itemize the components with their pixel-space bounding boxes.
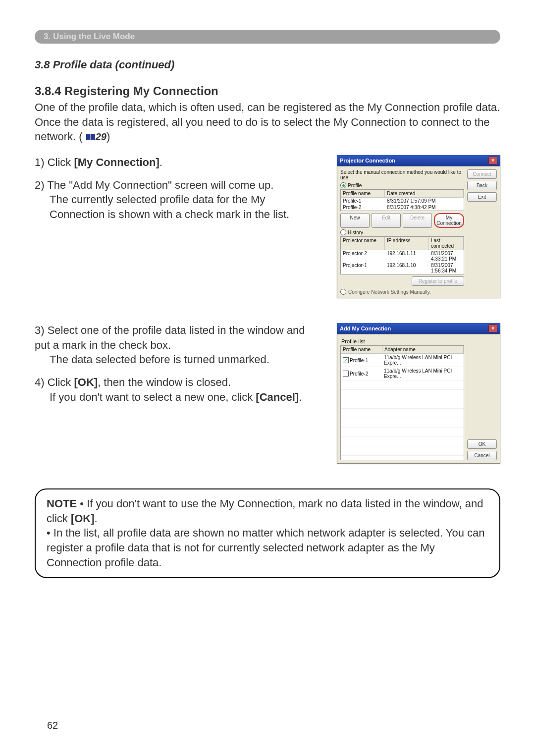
page-number: 62 [47,720,58,731]
col-last-connected: Last connected [429,237,464,250]
dlg1-instruction: Select the manual connection method you … [340,169,464,180]
col-projector-name: Projector name [341,237,385,250]
hist-ip-cell: 192.168.1.11 [385,250,429,262]
item-name: Profile-2 [350,371,368,377]
note-p1-b: . [95,512,98,525]
history-row[interactable]: Projector-2 192.168.1.11 8/31/2007 4:33:… [341,250,464,262]
intro-text-after: ) [107,130,110,143]
radio-profile[interactable]: Profile [340,182,464,188]
step-2-sub: The currently selected profile data for … [50,192,322,221]
projector-connection-dialog: Projector Connection × Select the manual… [337,155,500,298]
col-profile-name: Profile name [341,190,385,197]
intro-ref: 29 [96,131,107,142]
step-3-sub: The data selected before is turned unmar… [50,352,322,367]
profile-name-cell: Profile-2 [341,204,385,211]
my-connection-button[interactable]: My Connection [434,213,464,228]
step-4-mid: , then the window is closed. [98,376,231,388]
col-adapter-name: Adapter name [382,346,464,353]
empty-rows [341,380,464,465]
profile-list-label: Profile list [341,338,464,344]
connect-button[interactable]: Connect [467,169,497,179]
radio-dot-icon [340,182,346,188]
radio-history-label: History [348,230,363,235]
add-connection-list[interactable]: Profile name Adapter name Profile-1 11a/… [340,345,464,460]
back-button[interactable]: Back [467,181,497,190]
step-2: 2) The "Add My Connection" screen will c… [35,178,322,222]
list-item[interactable]: Profile-2 11a/b/g Wireless LAN Mini PCI … [341,367,464,380]
book-icon [86,130,96,145]
step-4-lead: 4) Click [35,376,74,388]
step-4: 4) Click [OK], then the window is closed… [35,375,322,404]
profile-date-cell: 8/31/2007 4:38:42 PM [385,204,464,211]
hist-last-cell: 8/31/2007 4:33:21 PM [429,250,464,262]
hist-last-cell: 8/31/2007 1:56:34 PM [429,262,464,274]
profile-date-cell: 8/31/2007 1:57:09 PM [385,198,464,204]
profile-list[interactable]: Profile name Date created Profile-1 8/31… [340,189,464,211]
intro-paragraph: One of the profile data, which is often … [35,100,500,145]
radio-dot-icon [340,289,346,295]
add-my-connection-dialog: Add My Connection × Profile list Profile… [337,323,500,464]
step-1-tail: . [160,156,162,168]
radio-history[interactable]: History [340,229,464,235]
note-p2: • In the list, all profile data are show… [47,527,485,568]
hist-name-cell: Projector-1 [341,262,385,274]
profile-row[interactable]: Profile-2 8/31/2007 4:38:42 PM [341,204,464,211]
chapter-bar: 3. Using the Live Mode [35,30,500,44]
dlg2-title: Add My Connection [340,325,391,331]
step-3: 3) Select one of the profile data listed… [35,323,322,367]
cancel-button[interactable]: Cancel [467,451,497,460]
new-button[interactable]: New [340,213,370,228]
delete-button[interactable]: Delete [403,213,432,228]
subsection-title: 3.8.4 Registering My Connection [35,84,500,98]
step-4-sub-a: If you don't want to select a new one, c… [50,391,256,403]
checkbox-icon[interactable] [343,371,349,377]
checkbox-icon[interactable] [343,357,349,363]
step-3-lead: 3) Select one of the profile data listed… [35,324,305,351]
step-1: 1) Click [My Connection]. [35,155,322,170]
step-1-lead: 1) Click [35,156,74,168]
profile-row[interactable]: Profile-1 8/31/2007 1:57:09 PM [341,198,464,204]
col-date-created: Date created [385,190,464,197]
section-title: 3.8 Profile data (continued) [35,58,500,71]
step-4-sub: If you don't want to select a new one, c… [50,390,322,405]
step-4-bold2: [Cancel] [256,391,299,403]
note-p1-a: • If you don't want to use the My Connec… [47,497,483,525]
config-manual-label: Configure Network Settings Manually. [348,289,431,295]
item-adapter: 11a/b/g Wireless LAN Mini PCI Expre... [382,354,464,367]
register-profile-button[interactable]: Register to profile [412,276,464,286]
close-icon[interactable]: × [488,157,497,164]
item-name: Profile-1 [350,358,368,363]
hist-ip-cell: 192.168.1.10 [385,262,429,274]
note-p1-bold: [OK] [71,512,95,525]
history-list[interactable]: Projector name IP address Last connected… [340,236,464,274]
config-manual-radio[interactable]: Configure Network Settings Manually. [340,289,464,295]
step-2-lead: 2) The "Add My Connection" screen will c… [35,179,273,191]
profile-name-cell: Profile-1 [341,198,385,204]
dlg1-title: Projector Connection [340,158,395,163]
step-4-sub-b: . [299,391,302,403]
radio-profile-label: Profile [348,183,362,188]
col-profile-name: Profile name [341,346,382,353]
list-item[interactable]: Profile-1 11a/b/g Wireless LAN Mini PCI … [341,354,464,367]
radio-dot-icon [340,229,346,235]
step-1-bold: [My Connection] [74,156,159,168]
ok-button[interactable]: OK [467,439,497,449]
item-adapter: 11a/b/g Wireless LAN Mini PCI Expre... [382,367,464,380]
col-ip-address: IP address [385,237,429,250]
step-4-bold1: [OK] [74,376,98,388]
note-label: NOTE [47,497,77,510]
hist-name-cell: Projector-2 [341,250,385,262]
history-row[interactable]: Projector-1 192.168.1.10 8/31/2007 1:56:… [341,262,464,274]
edit-button[interactable]: Edit [372,213,401,228]
close-icon[interactable]: × [488,324,497,332]
exit-button[interactable]: Exit [467,192,497,202]
note-box: NOTE • If you don't want to use the My C… [35,488,500,578]
